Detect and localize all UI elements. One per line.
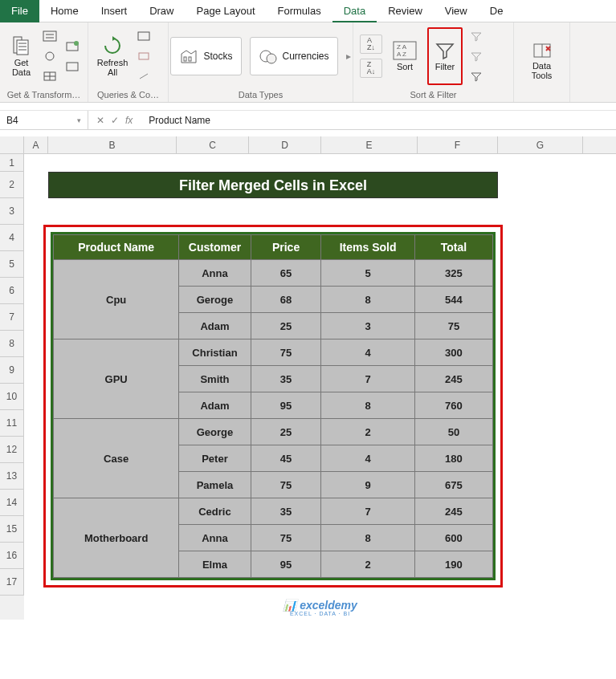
cancel-icon[interactable]: ✕ <box>96 115 104 126</box>
cell-price[interactable]: 25 <box>251 419 321 445</box>
th-product[interactable]: Product Name <box>54 235 179 260</box>
cell-total[interactable]: 75 <box>414 313 492 340</box>
cell-items[interactable]: 7 <box>321 366 414 392</box>
cell-customer[interactable]: Adam <box>179 313 251 340</box>
cell-items[interactable]: 9 <box>321 472 414 498</box>
row-header[interactable]: 6 <box>0 278 24 304</box>
cell-price[interactable]: 75 <box>251 472 321 498</box>
row-header[interactable]: 13 <box>0 463 24 490</box>
cell-price[interactable]: 35 <box>251 498 321 525</box>
chevron-down-icon[interactable]: ▾ <box>77 116 81 124</box>
reapply-icon[interactable] <box>467 47 485 65</box>
from-web-icon[interactable] <box>41 47 59 65</box>
cell-items[interactable]: 7 <box>321 498 414 525</box>
row-header[interactable]: 9 <box>0 357 24 384</box>
col-header-C[interactable]: C <box>177 136 249 153</box>
row-header[interactable]: 2 <box>0 172 24 198</box>
cell-customer[interactable]: Cedric <box>179 498 251 525</box>
cell-price[interactable]: 45 <box>251 445 321 472</box>
data-types-nav-icon[interactable]: ▸ <box>346 51 351 62</box>
row-header[interactable]: 12 <box>0 437 24 463</box>
cell-product[interactable]: Motherboard <box>54 498 179 578</box>
enter-icon[interactable]: ✓ <box>111 115 119 126</box>
col-header-D[interactable]: D <box>249 136 321 153</box>
cell-price[interactable]: 35 <box>251 366 321 392</box>
select-all-triangle[interactable] <box>0 136 24 153</box>
sort-button[interactable]: Z AA Z Sort <box>387 27 422 85</box>
cell-price[interactable]: 95 <box>251 551 321 578</box>
cell-items[interactable]: 3 <box>321 313 414 340</box>
worksheet-area[interactable]: Filter Merged Cells in Excel Product Nam… <box>24 154 616 620</box>
cell-customer[interactable]: George <box>179 419 251 445</box>
cell-total[interactable]: 245 <box>414 498 492 525</box>
cell-customer[interactable]: Smith <box>179 366 251 392</box>
cell-items[interactable]: 2 <box>321 551 414 578</box>
row-header[interactable]: 14 <box>0 490 24 516</box>
tab-formulas[interactable]: Formulas <box>267 0 332 22</box>
row-header[interactable]: 8 <box>0 331 24 357</box>
sort-desc-button[interactable]: ZA↓ <box>360 59 382 78</box>
cell-total[interactable]: 190 <box>414 551 492 578</box>
cell-items[interactable]: 8 <box>321 287 414 313</box>
stocks-button[interactable]: Stocks <box>170 37 241 75</box>
row-header[interactable]: 1 <box>0 154 24 172</box>
recent-sources-icon[interactable] <box>63 38 81 55</box>
cell-product[interactable]: GPU <box>54 340 179 419</box>
row-header[interactable]: 5 <box>0 251 24 278</box>
sort-asc-button[interactable]: AZ↓ <box>360 35 382 54</box>
fx-icon[interactable]: fx <box>125 115 133 126</box>
tab-review[interactable]: Review <box>377 0 434 22</box>
row-header[interactable]: 16 <box>0 543 24 569</box>
row-header[interactable]: 3 <box>0 198 24 225</box>
cell-product[interactable]: Cpu <box>54 260 179 340</box>
tab-page-layout[interactable]: Page Layout <box>186 0 267 22</box>
tab-draw[interactable]: Draw <box>138 0 185 22</box>
tab-file[interactable]: File <box>0 0 39 22</box>
cell-customer[interactable]: Christian <box>179 340 251 366</box>
cell-items[interactable]: 4 <box>321 445 414 472</box>
existing-connections-icon[interactable] <box>63 58 81 75</box>
cell-total[interactable]: 600 <box>414 525 492 551</box>
cell-total[interactable]: 245 <box>414 366 492 392</box>
row-header[interactable]: 11 <box>0 410 24 437</box>
cell-total[interactable]: 675 <box>414 472 492 498</box>
tab-more[interactable]: De <box>479 0 515 22</box>
tab-view[interactable]: View <box>434 0 479 22</box>
cell-price[interactable]: 25 <box>251 313 321 340</box>
cell-customer[interactable]: Peter <box>179 445 251 472</box>
row-header[interactable]: 7 <box>0 304 24 331</box>
th-total[interactable]: Total <box>414 235 492 260</box>
row-header[interactable]: 15 <box>0 516 24 543</box>
cell-customer[interactable]: Adam <box>179 392 251 419</box>
tab-home[interactable]: Home <box>39 0 90 22</box>
cell-customer[interactable]: Geroge <box>179 287 251 313</box>
cell-customer[interactable]: Pamela <box>179 472 251 498</box>
clear-filter-icon[interactable] <box>467 27 485 45</box>
cell-price[interactable]: 75 <box>251 340 321 366</box>
cell-items[interactable]: 5 <box>321 260 414 287</box>
queries-connections-icon[interactable] <box>135 27 153 45</box>
formula-input[interactable]: Product Name <box>141 115 616 126</box>
cell-price[interactable]: 95 <box>251 392 321 419</box>
cell-total[interactable]: 300 <box>414 340 492 366</box>
edit-links-icon[interactable] <box>135 67 153 85</box>
get-data-button[interactable]: Get Data <box>6 27 36 85</box>
cell-price[interactable]: 68 <box>251 287 321 313</box>
col-header-B[interactable]: B <box>48 136 177 153</box>
tab-data[interactable]: Data <box>332 0 377 22</box>
th-items[interactable]: Items Sold <box>321 235 414 260</box>
currencies-button[interactable]: Currencies <box>250 37 338 75</box>
name-box[interactable]: B4 ▾ <box>0 111 88 129</box>
th-price[interactable]: Price <box>251 235 321 260</box>
row-header[interactable]: 4 <box>0 225 24 251</box>
cell-items[interactable]: 8 <box>321 525 414 551</box>
cell-total[interactable]: 50 <box>414 419 492 445</box>
cell-items[interactable]: 4 <box>321 340 414 366</box>
cell-total[interactable]: 544 <box>414 287 492 313</box>
cell-customer[interactable]: Elma <box>179 551 251 578</box>
cell-customer[interactable]: Anna <box>179 260 251 287</box>
th-customer[interactable]: Customer <box>179 235 251 260</box>
row-header[interactable]: 10 <box>0 384 24 410</box>
col-header-A[interactable]: A <box>24 136 48 153</box>
cell-total[interactable]: 760 <box>414 392 492 419</box>
